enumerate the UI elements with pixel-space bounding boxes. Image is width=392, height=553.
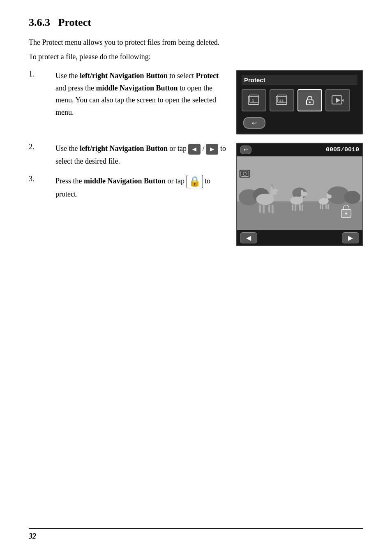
intro-paragraph-2: To protect a file, please do the followi…: [29, 51, 363, 62]
intro-paragraph-1: The Protect menu allows you to protect f…: [29, 37, 363, 48]
protect-icon-all: ALL: [270, 89, 294, 111]
svg-rect-31: [300, 196, 303, 201]
page-footer: 32: [29, 528, 363, 541]
nav-arrows-inline: ◀/▶: [188, 143, 218, 155]
page-number: 32: [29, 532, 36, 540]
svg-rect-35: [292, 204, 293, 211]
step-1-description: Use the left/right Navigation Button to …: [55, 70, 228, 119]
svg-rect-38: [302, 204, 303, 211]
deer-photo-screenshot: ↩ 0005/0010: [236, 143, 363, 246]
step-2-3-row: 2. Use the left/right Navigation Button …: [29, 143, 363, 246]
protect-icon-lock: [297, 89, 322, 111]
step-2-item: 2. Use the left/right Navigation Button …: [29, 143, 228, 167]
step-2-3-text: 2. Use the left/right Navigation Button …: [29, 143, 236, 246]
protect-menu-ui: Protect 1: [236, 70, 363, 134]
section-title: 3.6.3 Protect: [29, 16, 363, 29]
deer-image-area: [237, 156, 362, 230]
svg-rect-46: [327, 204, 329, 210]
deer-counter: 0005/0010: [326, 146, 359, 153]
lock-icon-inline: 🔒: [187, 175, 203, 188]
right-arrow-btn: ▶: [206, 144, 218, 154]
step-3-description: Press the middle Navigation Button or ta…: [55, 175, 228, 200]
svg-rect-37: [299, 204, 301, 211]
deer-back-button: ↩: [240, 146, 251, 154]
protect-icon-play: [325, 89, 350, 111]
step-1-number: 1.: [29, 70, 55, 119]
deer-prev-button: ◀: [240, 232, 257, 243]
protect-icon-one: 1: [242, 89, 266, 111]
svg-text:ALL: ALL: [277, 99, 284, 103]
svg-rect-25: [268, 205, 270, 213]
left-arrow-btn: ◀: [188, 144, 201, 154]
svg-point-34: [306, 194, 308, 196]
deer-next-button: ▶: [342, 232, 359, 243]
svg-rect-43: [320, 204, 321, 209]
svg-rect-40: [326, 198, 328, 202]
deer-photo-ui: ↩ 0005/0010: [236, 143, 363, 246]
svg-marker-10: [336, 98, 340, 103]
svg-point-33: [301, 190, 303, 194]
svg-rect-36: [295, 204, 296, 211]
step-3-item: 3. Press the middle Navigation Button or…: [29, 175, 228, 200]
svg-point-16: [344, 191, 360, 204]
svg-text:1: 1: [252, 98, 254, 103]
step-2-description: Use the left/right Navigation Button or …: [55, 143, 228, 167]
svg-point-42: [327, 193, 329, 197]
steps-container: 1. Use the left/right Navigation Button …: [29, 70, 363, 246]
svg-rect-23: [259, 205, 261, 213]
svg-rect-44: [322, 204, 323, 210]
step-3-number: 3.: [29, 175, 55, 200]
svg-point-51: [345, 213, 347, 215]
protect-menu-back: ↩: [242, 117, 357, 129]
protect-menu-screenshot: Protect 1: [236, 70, 363, 134]
svg-rect-45: [325, 204, 327, 209]
step-1-row: 1. Use the left/right Navigation Button …: [29, 70, 363, 134]
deer-topbar: ↩ 0005/0010: [237, 143, 362, 156]
step-2-number: 2.: [29, 143, 55, 167]
svg-point-22: [277, 191, 280, 194]
svg-rect-26: [272, 205, 274, 214]
svg-rect-24: [263, 205, 265, 214]
protect-menu-icons: 1 ALL: [242, 89, 357, 111]
svg-point-7: [309, 102, 311, 103]
deer-bottombar: ◀ ▶: [237, 230, 362, 245]
protect-menu-title: Protect: [242, 75, 357, 85]
step-1-text: 1. Use the left/right Navigation Button …: [29, 70, 236, 134]
back-button-menu: ↩: [243, 117, 265, 129]
